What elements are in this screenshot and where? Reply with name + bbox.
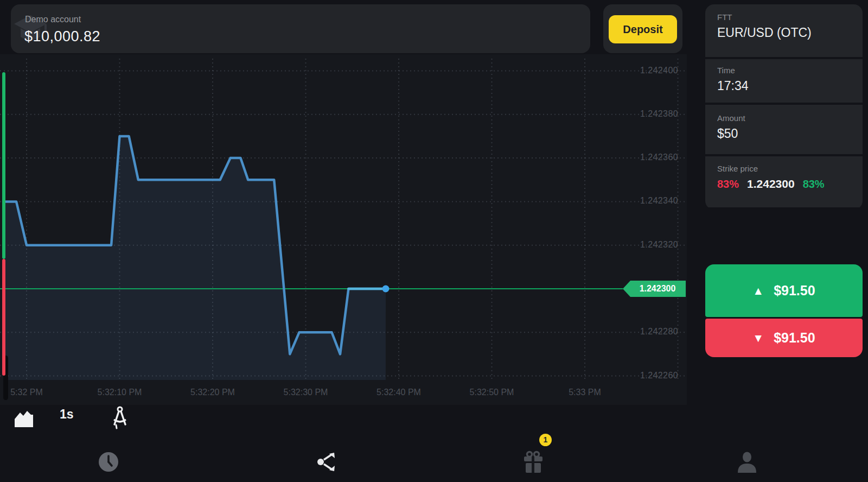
price-chart-canvas[interactable] xyxy=(0,54,687,405)
arrow-down-icon: ▼ xyxy=(752,332,764,345)
drafting-compass-icon xyxy=(108,405,131,430)
expiry-time-field[interactable]: Time 17:34 xyxy=(705,59,863,103)
gift-badge: 1 xyxy=(539,434,552,446)
chart-type-button[interactable] xyxy=(13,408,35,431)
strike-price-label: Strike price xyxy=(717,164,851,173)
gift-icon xyxy=(520,449,546,476)
y-axis-label: 1.242340 xyxy=(624,196,678,206)
clock-icon xyxy=(97,450,120,474)
account-balance: $10,000.82 xyxy=(24,28,100,45)
down-payout: $91.50 xyxy=(774,330,815,346)
x-axis-label: 5:32:20 PM xyxy=(175,388,251,397)
y-axis-label: 1.242400 xyxy=(624,66,678,75)
y-axis-label: 1.242320 xyxy=(624,240,678,250)
up-payout: $91.50 xyxy=(774,283,815,299)
x-axis-label: 5:32 PM xyxy=(0,388,65,397)
buy-down-button[interactable]: ▼ $91.50 xyxy=(705,319,863,357)
amount-value: $50 xyxy=(717,126,851,141)
deposit-card: Deposit xyxy=(603,4,682,53)
asset-selector[interactable]: FTT EUR/USD (OTC) xyxy=(705,4,863,57)
account-type-label: Demo account xyxy=(25,15,81,24)
area-chart-icon xyxy=(13,408,35,429)
y-axis-label: 1.242360 xyxy=(624,153,678,162)
arrow-up-icon: ▲ xyxy=(752,284,764,297)
time-label: Time xyxy=(717,66,851,75)
price-chart[interactable]: 1.242300 1.2424001.2423801.2423601.24234… xyxy=(0,54,687,405)
buy-up-button[interactable]: ▲ $91.50 xyxy=(705,264,863,317)
account-balance-card[interactable]: Demo account $10,000.82 xyxy=(11,4,590,53)
asset-name: EUR/USD (OTC) xyxy=(717,26,851,40)
amount-label: Amount xyxy=(717,113,851,123)
amount-field[interactable]: Amount $50 xyxy=(705,105,863,154)
timeframe-button[interactable]: 1s xyxy=(60,407,74,422)
y-axis-label: 1.242380 xyxy=(624,109,678,119)
indicators-button[interactable] xyxy=(108,405,131,432)
nav-gifts[interactable] xyxy=(520,449,546,478)
y-axis-label: 1.242280 xyxy=(624,327,678,337)
sentiment-gauge-down xyxy=(2,259,5,376)
trade-panel: FTT EUR/USD (OTC) Time 17:34 Amount $50 … xyxy=(705,4,863,210)
x-axis-label: 5:32:30 PM xyxy=(268,388,344,397)
asset-type-label: FTT xyxy=(717,12,851,22)
nav-profile[interactable] xyxy=(736,451,758,476)
payout-percent-up: 83% xyxy=(803,178,825,191)
payout-percent-down: 83% xyxy=(717,178,739,191)
x-axis-label: 5:32:40 PM xyxy=(361,388,437,397)
nav-trade-history[interactable] xyxy=(97,450,120,476)
strike-price-tag: 1.242300 xyxy=(623,281,686,297)
deposit-button[interactable]: Deposit xyxy=(609,15,677,43)
x-axis-label: 5:32:10 PM xyxy=(82,388,158,397)
sentiment-gauge-up xyxy=(2,72,5,259)
person-icon xyxy=(736,451,758,474)
strike-price-panel: Strike price 83% 1.242300 83% xyxy=(705,156,863,207)
strike-price-value: 1.242300 xyxy=(747,177,795,191)
nav-active-trades[interactable] xyxy=(315,451,339,475)
x-axis-label: 5:32:50 PM xyxy=(454,388,530,397)
trades-arrows-icon xyxy=(315,451,339,473)
time-value: 17:34 xyxy=(717,79,851,93)
y-axis-label: 1.242260 xyxy=(624,371,678,380)
x-axis-label: 5:33 PM xyxy=(547,388,623,397)
